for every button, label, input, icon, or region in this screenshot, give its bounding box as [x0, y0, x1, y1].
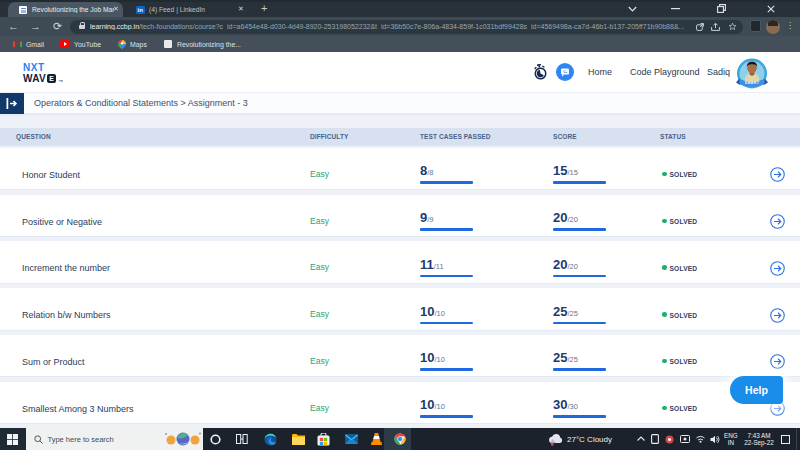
svg-text:NXT: NXT — [23, 62, 45, 73]
svg-text:™: ™ — [59, 79, 64, 84]
svg-text:E: E — [49, 75, 54, 82]
svg-text:SMART: SMART — [745, 81, 760, 85]
svg-text:WAV: WAV — [23, 73, 46, 84]
